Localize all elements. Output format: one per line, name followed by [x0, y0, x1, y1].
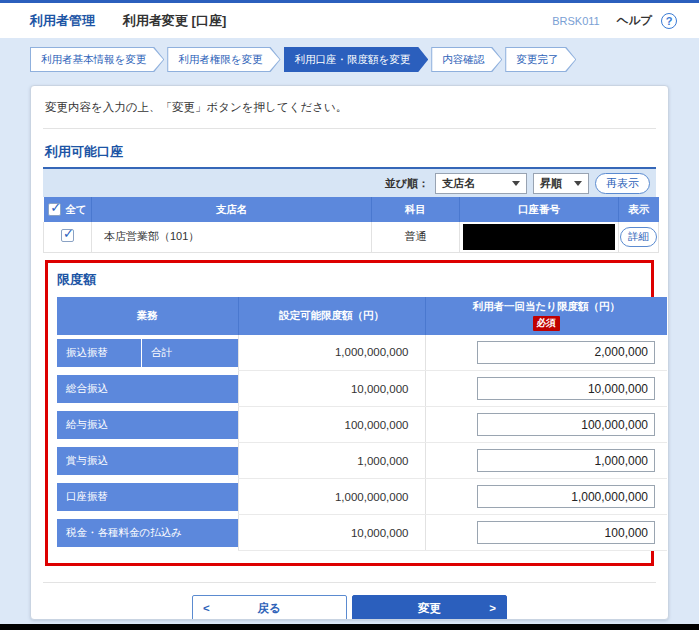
- app-header: 利用者管理 利用者変更 [口座] BRSK011 ヘルプ ?: [0, 3, 699, 38]
- select-all-checkbox[interactable]: ✓: [48, 203, 61, 216]
- limit-max-value: 1,000,000,000: [238, 335, 425, 371]
- submit-change-button[interactable]: 変更 >: [352, 595, 507, 620]
- help-question-icon[interactable]: ?: [661, 13, 677, 29]
- main-panel: 変更内容を入力の上、「変更」ボタンを押してください。 利用可能口座 並び順： 支…: [30, 85, 669, 620]
- limit-category-label: 総合振込: [57, 375, 238, 403]
- breadcrumb-step-confirm: 内容確認: [431, 47, 502, 72]
- divider: [43, 582, 656, 583]
- limit-category-label: 税金・各種料金の払込み: [57, 519, 238, 547]
- column-header-show: 表示: [619, 197, 659, 222]
- limit-row-furikomi-furikae: 振込振替 合計 1,000,000,000: [57, 335, 667, 371]
- limits-table: 業務 設定可能限度額（円） 利用者一回当たり限度額（円） 必須 振込振替 合計 …: [57, 297, 667, 552]
- help-link-label[interactable]: ヘルプ: [617, 13, 652, 28]
- chevron-down-icon: [574, 181, 582, 186]
- screen-id: BRSK011: [552, 15, 600, 27]
- per-use-limit-label: 利用者一回当たり限度額（円）: [473, 300, 621, 312]
- detail-button[interactable]: 詳細: [620, 227, 657, 247]
- action-button-row: < 戻る 変更 >: [43, 595, 656, 620]
- column-header-number: 口座番号: [460, 197, 619, 222]
- accounts-header-row: ✓ 全て 支店名 科目 口座番号 表示: [44, 197, 659, 222]
- limit-row-sogo-furikomi: 総合振込 10,000,000: [57, 371, 667, 407]
- sort-label: 並び順：: [385, 176, 429, 191]
- limit-max-value: 1,000,000: [238, 443, 425, 479]
- chevron-down-icon: [512, 181, 520, 186]
- back-button[interactable]: < 戻る: [192, 595, 347, 620]
- breadcrumb-step-basic-info[interactable]: 利用者基本情報を変更: [30, 47, 164, 72]
- app-title: 利用者管理: [30, 12, 95, 30]
- account-row-checkbox[interactable]: ✓: [61, 229, 74, 242]
- limit-category-label: 振込振替: [57, 339, 141, 367]
- limit-input-zeikin-payment[interactable]: [477, 521, 655, 544]
- column-header-category: 業務: [57, 297, 238, 335]
- select-all-label: 全て: [65, 203, 86, 217]
- limits-highlight-box: 限度額 業務 設定可能限度額（円） 利用者一回当たり限度額（円） 必須: [45, 260, 654, 567]
- column-header-type: 科目: [372, 197, 460, 222]
- column-header-max-limit: 設定可能限度額（円）: [238, 297, 425, 335]
- limit-row-koza-furikae: 口座振替 1,000,000,000: [57, 479, 667, 515]
- accounts-table: ✓ 全て 支店名 科目 口座番号 表示 ✓ 本店営業部（101） 普通: [43, 197, 659, 253]
- limit-max-value: 100,000,000: [238, 407, 425, 443]
- page-title: 利用者変更 [口座]: [123, 12, 226, 30]
- sort-key-select[interactable]: 支店名: [435, 173, 527, 194]
- sort-order-select[interactable]: 昇順: [533, 173, 589, 194]
- limit-input-shoyo-furikomi[interactable]: [477, 449, 655, 472]
- submit-button-label: 変更: [418, 601, 441, 616]
- limit-subcategory-label: 合計: [142, 339, 238, 367]
- refresh-button[interactable]: 再表示: [595, 173, 650, 194]
- column-header-per-use-limit: 利用者一回当たり限度額（円） 必須: [425, 297, 667, 335]
- account-number-redacted: [463, 224, 615, 250]
- sort-key-value: 支店名: [442, 176, 475, 191]
- breadcrumb-step-permissions[interactable]: 利用者権限を変更: [167, 47, 280, 72]
- window-bottom-edge: [0, 624, 699, 630]
- breadcrumb-step-accounts-limits-current: 利用口座・限度額を変更: [284, 47, 429, 72]
- limits-header-row: 業務 設定可能限度額（円） 利用者一回当たり限度額（円） 必須: [57, 297, 667, 335]
- divider: [43, 128, 656, 129]
- chevron-right-icon: >: [489, 602, 496, 614]
- breadcrumb-step-complete: 変更完了: [505, 47, 576, 72]
- sort-order-value: 昇順: [540, 176, 562, 191]
- back-button-label: 戻る: [258, 601, 281, 616]
- limit-input-sogo-furikomi[interactable]: [477, 377, 655, 400]
- account-branch-name: 本店営業部（101）: [92, 222, 372, 252]
- column-header-branch: 支店名: [92, 197, 372, 222]
- limits-section-title: 限度額: [57, 271, 642, 289]
- account-row: ✓ 本店営業部（101） 普通 詳細: [44, 222, 659, 252]
- limit-max-value: 1,000,000,000: [238, 479, 425, 515]
- chevron-left-icon: <: [203, 602, 210, 614]
- checkmark-icon: ✓: [63, 226, 74, 241]
- limit-category-label: 口座振替: [57, 483, 238, 511]
- required-badge: 必須: [533, 316, 560, 331]
- instruction-text: 変更内容を入力の上、「変更」ボタンを押してください。: [43, 100, 656, 115]
- limit-row-zeikin-payment: 税金・各種料金の払込み 10,000,000: [57, 515, 667, 551]
- limit-row-shoyo-furikomi: 賞与振込 1,000,000: [57, 443, 667, 479]
- limit-category-label: 賞与振込: [57, 447, 238, 475]
- sort-toolbar: 並び順： 支店名 昇順 再表示: [43, 169, 656, 197]
- limit-input-furikomi-furikae[interactable]: [477, 341, 655, 364]
- account-type: 普通: [372, 222, 460, 252]
- limit-max-value: 10,000,000: [238, 371, 425, 407]
- limit-input-koza-furikae[interactable]: [477, 485, 655, 508]
- limit-max-value: 10,000,000: [238, 515, 425, 551]
- limit-category-label: 給与振込: [57, 411, 238, 439]
- accounts-section-title: 利用可能口座: [45, 143, 656, 161]
- checkmark-icon: ✓: [50, 200, 61, 215]
- limit-row-kyuyo-furikomi: 給与振込 100,000,000: [57, 407, 667, 443]
- breadcrumb: 利用者基本情報を変更 利用者権限を変更 利用口座・限度額を変更 内容確認 変更完…: [30, 47, 699, 72]
- limit-input-kyuyo-furikomi[interactable]: [477, 413, 655, 436]
